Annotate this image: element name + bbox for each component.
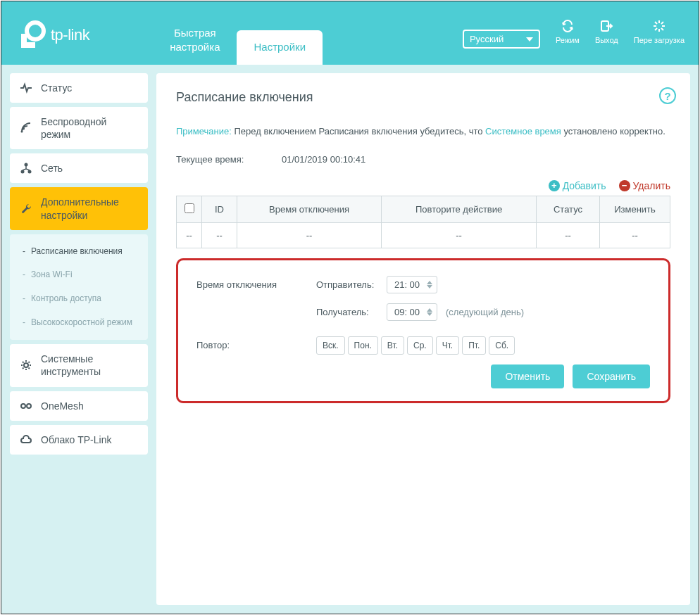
plus-icon: + bbox=[549, 180, 560, 191]
logout-icon bbox=[599, 19, 613, 33]
cancel-button[interactable]: Отменить bbox=[491, 364, 564, 388]
svg-point-13 bbox=[25, 163, 28, 167]
from-spinner[interactable] bbox=[427, 281, 432, 289]
from-label: Отправитель: bbox=[316, 279, 387, 290]
current-time-label: Текущее время: bbox=[176, 154, 282, 165]
sidebar-item-wireless[interactable]: Беспроводной режим bbox=[10, 107, 148, 149]
sidebar: Статус Беспроводной режим Сеть Дополните… bbox=[1, 65, 156, 614]
logout-button[interactable]: Выход bbox=[595, 19, 618, 44]
top-right: Русский Режим Выход Пере загрузка bbox=[463, 14, 685, 49]
wrench-icon bbox=[20, 203, 32, 215]
table-toolbar: +Добавить −Удалить bbox=[176, 180, 670, 191]
save-button[interactable]: Сохранить bbox=[573, 364, 650, 388]
current-time-row: Текущее время: 01/01/2019 00:10:41 bbox=[176, 154, 670, 165]
sidebar-item-onemesh[interactable]: OneMesh bbox=[10, 391, 148, 421]
reboot-button[interactable]: Пере загрузка bbox=[634, 19, 685, 44]
language-value: Русский bbox=[470, 34, 504, 44]
tab-settings[interactable]: Настройки bbox=[237, 30, 323, 65]
next-day-label: (следующий день) bbox=[446, 307, 524, 317]
page-title: Расписание включения bbox=[176, 90, 670, 105]
select-all-checkbox[interactable] bbox=[185, 203, 194, 213]
svg-line-11 bbox=[661, 22, 663, 24]
day-picker: Вск. Пон. Вт. Ср. Чт. Пт. Сб. bbox=[316, 336, 515, 355]
brand-text: tp-link bbox=[51, 26, 89, 44]
day-fri[interactable]: Пт. bbox=[462, 336, 486, 355]
sub-item-wifi-zone[interactable]: Зона Wi-Fi bbox=[10, 263, 148, 287]
day-wed[interactable]: Ср. bbox=[407, 336, 433, 355]
col-repeat: Повторите действие bbox=[382, 196, 537, 222]
svg-line-8 bbox=[655, 22, 657, 24]
tplink-logo-icon bbox=[15, 20, 46, 51]
sidebar-item-system-tools[interactable]: Системные инструменты bbox=[10, 344, 148, 386]
svg-rect-2 bbox=[21, 42, 35, 48]
top-tabs: Быстрая настройка Настройки bbox=[153, 16, 323, 65]
from-time-value: 21: 00 bbox=[392, 279, 423, 290]
onemesh-icon bbox=[20, 400, 32, 412]
help-icon[interactable]: ? bbox=[659, 87, 676, 104]
chevron-down-icon bbox=[526, 37, 533, 42]
note-text: Примечание: Перед включением Расписания … bbox=[176, 125, 670, 139]
minus-icon: − bbox=[619, 180, 630, 191]
schedule-table: ID Время отключения Повторите действие С… bbox=[176, 196, 670, 248]
day-sun[interactable]: Вск. bbox=[316, 336, 345, 355]
svg-point-16 bbox=[24, 363, 28, 367]
col-off-time: Время отключения bbox=[237, 196, 382, 222]
tab-quick-setup[interactable]: Быстрая настройка bbox=[153, 16, 237, 65]
from-time-input[interactable]: 21: 00 bbox=[387, 276, 437, 293]
to-time-input[interactable]: 09: 00 bbox=[387, 303, 437, 321]
cloud-icon bbox=[20, 433, 32, 446]
note-label: Примечание: bbox=[176, 126, 232, 137]
add-button[interactable]: +Добавить bbox=[549, 180, 606, 191]
col-edit: Изменить bbox=[600, 196, 670, 222]
edit-panel: Время отключения Отправитель: 21: 00 Пол… bbox=[176, 258, 670, 403]
svg-point-17 bbox=[21, 404, 25, 408]
svg-point-15 bbox=[28, 170, 32, 174]
col-id: ID bbox=[202, 196, 237, 222]
pulse-icon bbox=[20, 82, 32, 94]
svg-line-9 bbox=[661, 28, 663, 30]
day-sat[interactable]: Сб. bbox=[489, 336, 515, 355]
sub-item-schedule[interactable]: Расписание включения bbox=[10, 240, 148, 264]
wifi-icon bbox=[20, 122, 32, 134]
mode-button[interactable]: Режим bbox=[556, 19, 580, 44]
sidebar-item-advanced[interactable]: Дополнительные настройки bbox=[10, 187, 148, 229]
mode-icon bbox=[561, 19, 575, 33]
logo: tp-link bbox=[15, 20, 89, 65]
sub-item-access-control[interactable]: Контроль доступа bbox=[10, 287, 148, 311]
to-label: Получатель: bbox=[316, 307, 387, 317]
sidebar-item-network[interactable]: Сеть bbox=[10, 153, 148, 183]
off-time-label: Время отключения bbox=[196, 279, 316, 290]
system-time-link[interactable]: Системное время bbox=[485, 126, 561, 137]
svg-point-14 bbox=[21, 170, 25, 174]
svg-point-12 bbox=[21, 131, 23, 133]
delete-button[interactable]: −Удалить bbox=[619, 180, 670, 191]
language-select[interactable]: Русский bbox=[463, 30, 540, 49]
to-time-value: 09: 00 bbox=[392, 307, 423, 317]
sub-item-highspeed[interactable]: Высокоскоростной режим bbox=[10, 311, 148, 335]
header: tp-link Быстрая настройка Настройки Русс… bbox=[1, 1, 699, 65]
network-icon bbox=[20, 162, 32, 175]
sidebar-item-cloud[interactable]: Облако TP-Link bbox=[10, 425, 148, 455]
to-spinner[interactable] bbox=[427, 308, 432, 316]
content-panel: ? Расписание включения Примечание: Перед… bbox=[156, 73, 690, 605]
col-status: Статус bbox=[537, 196, 600, 222]
current-time-value: 01/01/2019 00:10:41 bbox=[282, 154, 365, 165]
sidebar-item-status[interactable]: Статус bbox=[10, 73, 148, 103]
reboot-icon bbox=[652, 19, 666, 33]
day-mon[interactable]: Пон. bbox=[348, 336, 378, 355]
table-row: -- -- -- -- -- -- bbox=[177, 222, 670, 248]
svg-point-0 bbox=[27, 23, 44, 39]
svg-line-10 bbox=[655, 28, 657, 30]
day-thu[interactable]: Чт. bbox=[436, 336, 460, 355]
day-tue[interactable]: Вт. bbox=[381, 336, 404, 355]
repeat-label: Повтор: bbox=[196, 340, 316, 350]
gear-icon bbox=[20, 359, 32, 372]
svg-point-18 bbox=[27, 404, 31, 408]
sidebar-submenu: Расписание включения Зона Wi-Fi Контроль… bbox=[10, 234, 148, 340]
